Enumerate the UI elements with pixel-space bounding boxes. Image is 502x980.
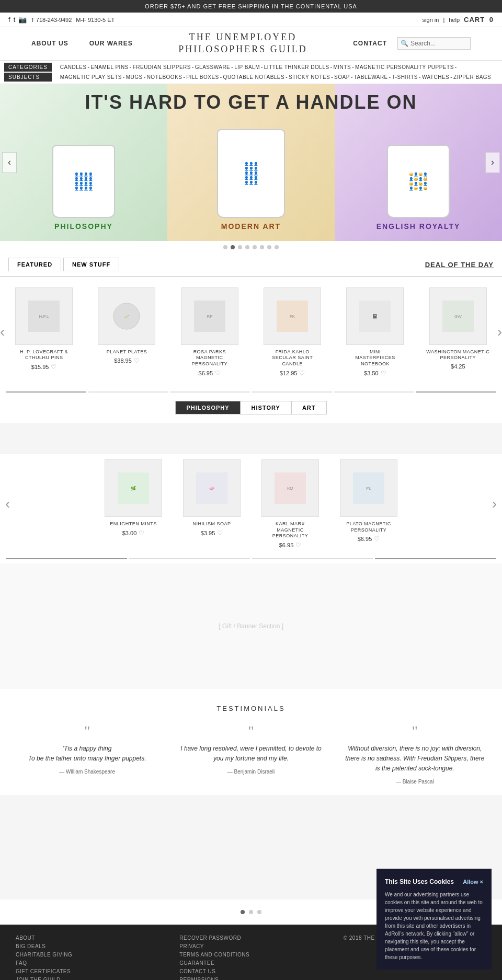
product-frida-kahlo-img[interactable]: FK: [264, 287, 321, 345]
cat-tshirts[interactable]: T-SHIRTS: [392, 74, 418, 80]
karl-marx-name: KARL MARXMAGNETICPERSONALITY: [256, 521, 324, 539]
footer-privacy[interactable]: PRIVACY: [179, 943, 322, 949]
subject-products-grid: 🌿 ENLIGHTEN MINTS $3.00 ♡ 🧼 NIHILISM SOA…: [26, 459, 476, 549]
cat-tableware[interactable]: TABLEWARE: [354, 74, 388, 80]
enlighten-mints-img[interactable]: 🌿: [105, 459, 162, 517]
featured-tab[interactable]: FEATURED: [8, 258, 61, 272]
nihilism-soap-img[interactable]: 🧼: [183, 459, 241, 517]
hero-next-arrow[interactable]: ›: [485, 152, 500, 173]
footer-contact[interactable]: CONTACT US: [179, 969, 322, 974]
product-rosa-parks-img[interactable]: RP: [181, 287, 238, 345]
instagram-icon[interactable]: 📷: [18, 16, 27, 24]
hero-dot-3[interactable]: [238, 245, 242, 249]
frida-kahlo-wishlist-icon[interactable]: ♡: [299, 370, 305, 377]
cookie-allow-button[interactable]: Allow ×: [463, 878, 483, 886]
products-next-arrow[interactable]: ›: [497, 324, 502, 340]
footer-permissions[interactable]: PERMISSIONS: [179, 977, 322, 980]
hero-prev-arrow[interactable]: ‹: [2, 152, 17, 173]
cart-button[interactable]: CART 0: [464, 16, 494, 24]
footer-recover[interactable]: RECOVER PASSWORD: [179, 935, 322, 941]
cat-candles[interactable]: CANDLES: [60, 64, 87, 70]
lovecraft-wishlist-icon[interactable]: ♡: [51, 363, 56, 371]
svg-text:RP: RP: [207, 314, 212, 319]
contact-link[interactable]: CONTACT: [353, 40, 387, 47]
cat-freudian-slippers[interactable]: FREUDIAN SLIPPERS: [133, 64, 191, 70]
products-prev-arrow[interactable]: ‹: [0, 324, 5, 340]
product-lovecraft-img[interactable]: H.P.L: [15, 287, 73, 345]
quote-icon-3: ": [344, 723, 486, 740]
footer-join[interactable]: JOIN THE GUILD: [16, 977, 158, 980]
footer-about[interactable]: ABOUT: [16, 935, 158, 941]
help-link[interactable]: help: [449, 17, 460, 23]
philosophy-tab[interactable]: PHILOSOPHY: [175, 401, 240, 414]
cat-zipper-bags[interactable]: ZIPPER BAGS: [453, 74, 491, 80]
cat-glassware[interactable]: GLASSWARE: [195, 64, 230, 70]
nihilism-soap-wishlist-icon[interactable]: ♡: [217, 529, 223, 537]
hero-dot-5[interactable]: [253, 245, 257, 249]
our-wares-link[interactable]: OUR WARES: [89, 40, 133, 47]
hero-dot-6[interactable]: [260, 245, 264, 249]
about-us-link[interactable]: ABOUT US: [31, 40, 69, 47]
t-dot-3[interactable]: [257, 910, 261, 914]
footer-guarantee[interactable]: GUARANTEE: [179, 960, 322, 966]
footer-faq[interactable]: FAQ: [16, 960, 158, 966]
deal-of-day-link[interactable]: DEAL OF THE DAY: [425, 261, 494, 269]
product-planet-plates-price: $38.95 ♡: [93, 357, 161, 364]
cat-lip-balm[interactable]: LIP BALM: [234, 64, 260, 70]
product-mini-masterpieces-img[interactable]: 📓: [346, 287, 404, 345]
plato-name: PLATO MAGNETICPERSONALITY: [335, 521, 403, 533]
footer-big-deals[interactable]: BIG DEALS: [16, 943, 158, 949]
product-planet-plates-img[interactable]: 🪐: [98, 287, 155, 345]
facebook-icon[interactable]: f: [8, 16, 10, 24]
cat-mints[interactable]: MINTS: [334, 64, 351, 70]
karl-marx-img[interactable]: KM: [261, 459, 319, 517]
enlighten-mints-price: $3.00 ♡: [99, 529, 167, 537]
main-nav-right: CONTACT 🔍: [353, 37, 471, 50]
footer-terms[interactable]: TERMS AND CONDITIONS: [179, 952, 322, 958]
hero-section-philosophy: 👤👤👤👤👤👤👤👤👤👤👤👤👤👤👤👤 PHILOSOPHY: [0, 84, 167, 241]
footer-charitable[interactable]: CHARITABLE GIVING: [16, 952, 158, 958]
cat-little-thinker[interactable]: LITTLE THINKER DOLLS: [264, 64, 329, 70]
subjects-tab[interactable]: SUBJECTS: [4, 73, 52, 82]
t-dot-1[interactable]: [241, 910, 245, 914]
cat-magnetic-puppets[interactable]: MAGNETIC PERSONALITY PUPPETS: [355, 64, 454, 70]
footer-gift[interactable]: GIFT CERTIFICATES: [16, 969, 158, 974]
search-input[interactable]: [397, 37, 471, 50]
hero-dot-2[interactable]: [231, 245, 235, 249]
cat-pill-boxes[interactable]: PILL BOXES: [186, 74, 219, 80]
plato-wishlist-icon[interactable]: ♡: [374, 535, 380, 543]
mini-masterpieces-wishlist-icon[interactable]: ♡: [381, 370, 386, 377]
hero-dot-7[interactable]: [267, 245, 271, 249]
cat-soap[interactable]: SOAP: [334, 74, 350, 80]
categories-tab[interactable]: CATEGORIES: [4, 63, 52, 72]
plato-img[interactable]: PL: [340, 459, 397, 517]
subject-products-prev-arrow[interactable]: ‹: [5, 495, 10, 512]
sign-in-link[interactable]: sign in: [423, 17, 439, 23]
cat-notebooks[interactable]: NOTEBOOKS: [147, 74, 182, 80]
product-washington-img[interactable]: GW: [429, 287, 487, 345]
hero-dot-1[interactable]: [223, 245, 227, 249]
hero-dot-4[interactable]: [245, 245, 249, 249]
product-planet-plates: 🪐 PLANET PLATES $38.95 ♡: [93, 287, 161, 365]
karl-marx-wishlist-icon[interactable]: ♡: [295, 541, 301, 549]
cat-quotable[interactable]: QUOTABLE NOTABLES: [223, 74, 285, 80]
divider-line: [416, 391, 496, 393]
cat-magnetic-play[interactable]: MAGNETIC PLAY SETS: [60, 74, 122, 80]
art-tab[interactable]: ART: [291, 401, 327, 414]
cat-sticky-notes[interactable]: STICKY NOTES: [289, 74, 330, 80]
top-banner: ORDER $75+ AND GET FREE SHIPPING IN THE …: [0, 0, 502, 13]
cat-mugs[interactable]: MUGS: [126, 74, 143, 80]
rosa-parks-wishlist-icon[interactable]: ♡: [215, 370, 221, 377]
section-divider-2: [0, 558, 502, 559]
subject-products-next-arrow[interactable]: ›: [492, 495, 497, 512]
cat-watches[interactable]: WATCHES: [422, 74, 449, 80]
cat-enamel-pins[interactable]: ENAMEL PINS: [90, 64, 128, 70]
t-dot-2[interactable]: [249, 910, 253, 914]
planet-plates-wishlist-icon[interactable]: ♡: [134, 357, 140, 364]
history-tab[interactable]: HISTORY: [241, 401, 291, 414]
twitter-icon[interactable]: t: [14, 16, 16, 24]
testimonial-pascal-author: — Blaise Pascal: [344, 779, 486, 785]
enlighten-mints-wishlist-icon[interactable]: ♡: [139, 529, 144, 537]
hero-dot-8[interactable]: [275, 245, 279, 249]
new-stuff-tab[interactable]: NEW STUFF: [63, 258, 119, 271]
